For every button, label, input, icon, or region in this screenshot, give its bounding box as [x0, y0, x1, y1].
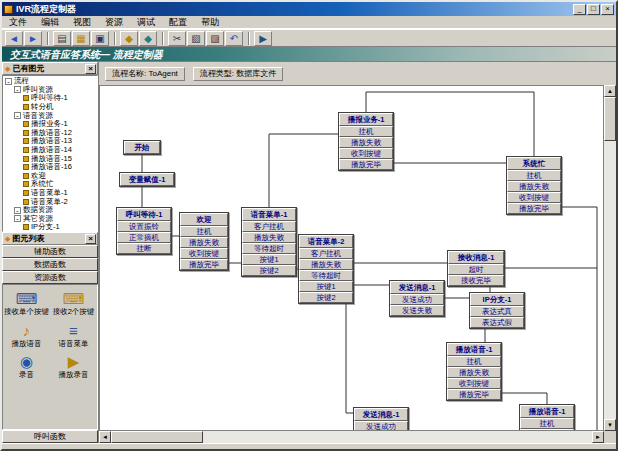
menu-item[interactable]: 文件: [2, 16, 34, 29]
palette-item[interactable]: ⌨接收单个按键: [3, 290, 50, 317]
palette-group-call-functions[interactable]: 呼叫函数: [2, 430, 98, 443]
palette-group-button[interactable]: 辅助函数: [2, 245, 98, 258]
flow-node-port[interactable]: 挂机: [180, 226, 228, 237]
flow-node[interactable]: 系统忙挂机播放失败收到按键播放完毕: [506, 156, 562, 215]
flow-node[interactable]: 变量赋值-1: [119, 172, 175, 187]
flow-node-port[interactable]: 播放完毕: [180, 259, 228, 270]
flow-node-port[interactable]: 接收完毕: [448, 275, 504, 286]
flow-node-port[interactable]: 挂机: [520, 418, 574, 429]
vertical-scroll-thumb[interactable]: [604, 97, 616, 141]
settings-button[interactable]: ◆: [139, 31, 157, 46]
flow-node-port[interactable]: 收到按键: [447, 378, 501, 389]
flow-node-port[interactable]: 按键2: [299, 292, 353, 303]
tree-expander-icon[interactable]: -: [5, 78, 12, 85]
flow-node-port[interactable]: 挂机: [339, 126, 393, 137]
flow-node[interactable]: 语音菜单-1客户挂机播放失败等待超时按键1按键2: [241, 207, 297, 277]
menu-item[interactable]: 调试: [130, 16, 162, 29]
flow-node[interactable]: 播放语音-1挂机播放失败: [519, 404, 575, 431]
menu-item[interactable]: 编辑: [34, 16, 66, 29]
flow-node-port[interactable]: 收到按键: [339, 148, 393, 159]
flow-node-port[interactable]: 按键1: [299, 281, 353, 292]
tree-item[interactable]: IP分支-1: [5, 223, 97, 232]
flow-name-field[interactable]: 流程名称: ToAgent: [105, 67, 185, 81]
flow-node-port[interactable]: 播放完毕: [507, 203, 561, 214]
palette-item[interactable]: ≡语音菜单: [50, 322, 97, 349]
cut-button[interactable]: ✂: [168, 31, 186, 46]
flow-node-port[interactable]: 客户挂机: [242, 221, 296, 232]
paste-button[interactable]: ▨: [206, 31, 224, 46]
minimize-button[interactable]: _: [573, 4, 586, 15]
scroll-down-button[interactable]: ▼: [604, 419, 616, 431]
flow-type-field[interactable]: 流程类型: 数据库文件: [193, 67, 283, 81]
flow-node[interactable]: 开始: [123, 140, 161, 155]
flow-node-port[interactable]: 发送失败: [390, 305, 444, 316]
horizontal-scrollbar[interactable]: ◄ ►: [99, 431, 604, 443]
palette-item[interactable]: ◉录音: [3, 353, 50, 380]
flow-node[interactable]: 播放语音-1挂机播放失败收到按键播放完毕: [446, 342, 502, 401]
palette-group-button[interactable]: 资源函数: [2, 271, 98, 284]
flow-node-port[interactable]: 挂机: [447, 356, 501, 367]
flow-node-port[interactable]: 超时: [448, 264, 504, 275]
tree-expander-icon[interactable]: -: [14, 207, 21, 214]
palette-item[interactable]: ▶播放录音: [50, 353, 97, 380]
run-button[interactable]: ▶: [254, 31, 272, 46]
flow-node-port[interactable]: 播放失败: [180, 237, 228, 248]
forward-button[interactable]: ►: [24, 31, 42, 46]
flow-node-port[interactable]: 挂机: [507, 170, 561, 181]
flow-node-port[interactable]: 等待超时: [299, 270, 353, 281]
flow-node-port[interactable]: 收到按键: [507, 192, 561, 203]
flow-node-port[interactable]: 设置振铃: [117, 221, 171, 232]
tree-expander-icon[interactable]: -: [14, 86, 21, 93]
vertical-scrollbar[interactable]: ▲ ▼: [604, 85, 616, 431]
flow-node-port[interactable]: 挂断: [117, 243, 171, 254]
flow-node-port[interactable]: 收到按键: [180, 248, 228, 259]
flow-node-port[interactable]: 表达式真: [470, 306, 524, 317]
flow-node-port[interactable]: 播放失败: [242, 232, 296, 243]
flow-node-port[interactable]: 播放失败: [339, 137, 393, 148]
flow-node-port[interactable]: 表达式假: [470, 317, 524, 328]
flow-canvas[interactable]: 开始变量赋值-1呼叫等待-1设置振铃正常摘机挂断欢迎挂机播放失败收到按键播放完毕…: [99, 85, 604, 431]
menu-item[interactable]: 配置: [162, 16, 194, 29]
open-button[interactable]: ▦: [72, 31, 90, 46]
flow-node-port[interactable]: 播放完毕: [339, 159, 393, 170]
undo-button[interactable]: ↶: [225, 31, 243, 46]
maximize-button[interactable]: □: [587, 4, 600, 15]
flow-node[interactable]: 语音菜单-2客户挂机播放失败等待超时按键1按键2: [298, 234, 354, 304]
tree-expander-icon[interactable]: -: [14, 215, 21, 222]
flow-node[interactable]: 发送消息-1发送成功发送失败: [389, 280, 445, 317]
back-button[interactable]: ◄: [5, 31, 23, 46]
flow-node[interactable]: 呼叫等待-1设置振铃正常摘机挂断: [116, 207, 172, 255]
flow-node-port[interactable]: 播放失败: [299, 259, 353, 270]
scroll-left-button[interactable]: ◄: [99, 431, 111, 443]
flow-node-port[interactable]: 播放完毕: [447, 389, 501, 400]
flow-node-port[interactable]: 播放失败: [507, 181, 561, 192]
flow-node-port[interactable]: 客户挂机: [299, 248, 353, 259]
flow-node[interactable]: 播报业务-1挂机播放失败收到按键播放完毕: [338, 112, 394, 171]
copy-button[interactable]: ▧: [187, 31, 205, 46]
compile-button[interactable]: ◆: [120, 31, 138, 46]
close-button[interactable]: ×: [601, 4, 614, 15]
palette-group-button[interactable]: 数据函数: [2, 258, 98, 271]
scroll-right-button[interactable]: ►: [592, 431, 604, 443]
flow-node-port[interactable]: 发送成功: [354, 421, 408, 431]
menu-item[interactable]: 视图: [66, 16, 98, 29]
flow-node[interactable]: 接收消息-1超时接收完毕: [447, 250, 505, 287]
flow-node-port[interactable]: 按键1: [242, 254, 296, 265]
flow-node-port[interactable]: 按键2: [242, 265, 296, 276]
flow-node-port[interactable]: 播放失败: [447, 367, 501, 378]
scroll-up-button[interactable]: ▲: [604, 85, 616, 97]
new-button[interactable]: ▤: [53, 31, 71, 46]
flow-node[interactable]: 欢迎挂机播放失败收到按键播放完毕: [179, 212, 229, 271]
menu-item[interactable]: 资源: [98, 16, 130, 29]
menu-item[interactable]: 帮助: [194, 16, 226, 29]
horizontal-scroll-thumb[interactable]: [111, 431, 203, 443]
palette-item[interactable]: ♪播放语音: [3, 322, 50, 349]
flow-node-port[interactable]: 正常摘机: [117, 232, 171, 243]
panel-close-button[interactable]: ×: [85, 234, 96, 244]
tree-expander-icon[interactable]: -: [14, 112, 21, 119]
flow-node-port[interactable]: 等待超时: [242, 243, 296, 254]
tree-item[interactable]: 播放语音-16: [5, 163, 97, 172]
flow-node-port[interactable]: 发送成功: [390, 294, 444, 305]
save-button[interactable]: ▣: [91, 31, 109, 46]
flow-node[interactable]: IP分支-1表达式真表达式假: [469, 292, 525, 329]
